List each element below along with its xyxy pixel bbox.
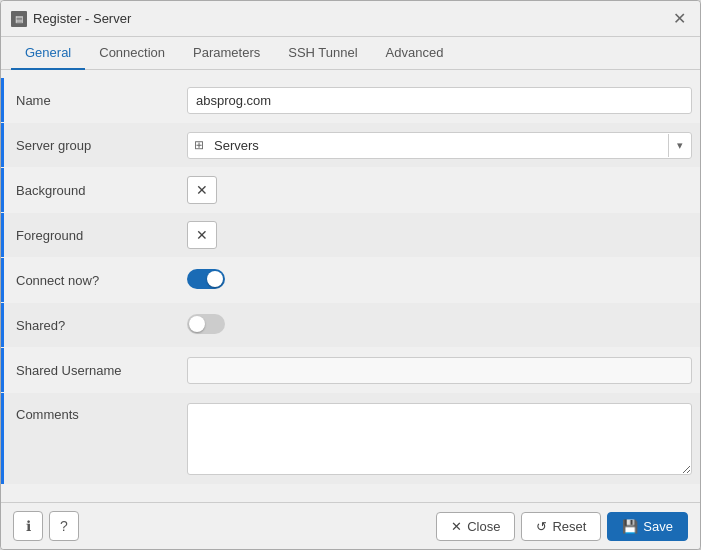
footer: ℹ ? ✕ Close ↺ Reset 💾 Save — [1, 502, 700, 549]
form-rows: Name Server group ⊞ Servers ▾ Backg — [1, 70, 700, 493]
dialog: ▤ Register - Server ✕ General Connection… — [0, 0, 701, 550]
comments-label: Comments — [4, 397, 179, 430]
connect-now-field-wrapper — [179, 263, 700, 298]
foreground-color-button[interactable]: ✕ — [187, 221, 217, 249]
server-group-icon: ⊞ — [188, 133, 210, 157]
shared-username-label: Shared Username — [4, 355, 179, 386]
help-icon: ? — [60, 518, 68, 534]
dialog-icon: ▤ — [11, 11, 27, 27]
comments-textarea[interactable] — [187, 403, 692, 475]
close-label: Close — [467, 519, 500, 534]
shared-username-field-wrapper — [179, 351, 700, 390]
connect-now-label: Connect now? — [4, 265, 179, 296]
comments-row: Comments — [1, 393, 700, 484]
shared-username-input[interactable] — [187, 357, 692, 384]
server-group-value: Servers — [210, 133, 668, 158]
close-icon: ✕ — [451, 519, 462, 534]
close-button[interactable]: ✕ Close — [436, 512, 515, 541]
shared-username-row: Shared Username — [1, 348, 700, 392]
title-bar: ▤ Register - Server ✕ — [1, 1, 700, 37]
form-content: Name Server group ⊞ Servers ▾ Backg — [1, 70, 700, 502]
footer-left: ℹ ? — [13, 511, 79, 541]
save-icon: 💾 — [622, 519, 638, 534]
server-group-arrow[interactable]: ▾ — [668, 134, 691, 157]
reset-button[interactable]: ↺ Reset — [521, 512, 601, 541]
tab-parameters[interactable]: Parameters — [179, 37, 274, 70]
shared-toggle[interactable] — [187, 314, 225, 334]
info-icon: ℹ — [26, 518, 31, 534]
tab-ssh-tunnel[interactable]: SSH Tunnel — [274, 37, 371, 70]
save-label: Save — [643, 519, 673, 534]
foreground-row: Foreground ✕ — [1, 213, 700, 257]
comments-field-wrapper — [179, 397, 700, 484]
connect-now-row: Connect now? — [1, 258, 700, 302]
name-input[interactable] — [187, 87, 692, 114]
shared-label: Shared? — [4, 310, 179, 341]
server-group-select[interactable]: ⊞ Servers ▾ — [187, 132, 692, 159]
name-field-wrapper — [179, 81, 700, 120]
background-row: Background ✕ — [1, 168, 700, 212]
shared-field-wrapper — [179, 308, 700, 343]
save-button[interactable]: 💾 Save — [607, 512, 688, 541]
help-button[interactable]: ? — [49, 511, 79, 541]
title-bar-left: ▤ Register - Server — [11, 11, 131, 27]
dialog-close-button[interactable]: ✕ — [669, 7, 690, 30]
info-button[interactable]: ℹ — [13, 511, 43, 541]
reset-icon: ↺ — [536, 519, 547, 534]
name-row: Name — [1, 78, 700, 122]
foreground-label: Foreground — [4, 220, 179, 251]
tab-connection[interactable]: Connection — [85, 37, 179, 70]
connect-now-knob — [207, 271, 223, 287]
background-label: Background — [4, 175, 179, 206]
server-group-row: Server group ⊞ Servers ▾ — [1, 123, 700, 167]
shared-knob — [189, 316, 205, 332]
tab-bar: General Connection Parameters SSH Tunnel… — [1, 37, 700, 70]
tab-advanced[interactable]: Advanced — [372, 37, 458, 70]
background-color-button[interactable]: ✕ — [187, 176, 217, 204]
tab-general[interactable]: General — [11, 37, 85, 70]
shared-row: Shared? — [1, 303, 700, 347]
connect-now-toggle[interactable] — [187, 269, 225, 289]
server-group-label: Server group — [4, 130, 179, 161]
foreground-field-wrapper: ✕ — [179, 215, 700, 255]
reset-label: Reset — [552, 519, 586, 534]
name-label: Name — [4, 85, 179, 116]
background-field-wrapper: ✕ — [179, 170, 700, 210]
server-group-field-wrapper: ⊞ Servers ▾ — [179, 126, 700, 165]
dialog-title: Register - Server — [33, 11, 131, 26]
footer-right: ✕ Close ↺ Reset 💾 Save — [436, 512, 688, 541]
